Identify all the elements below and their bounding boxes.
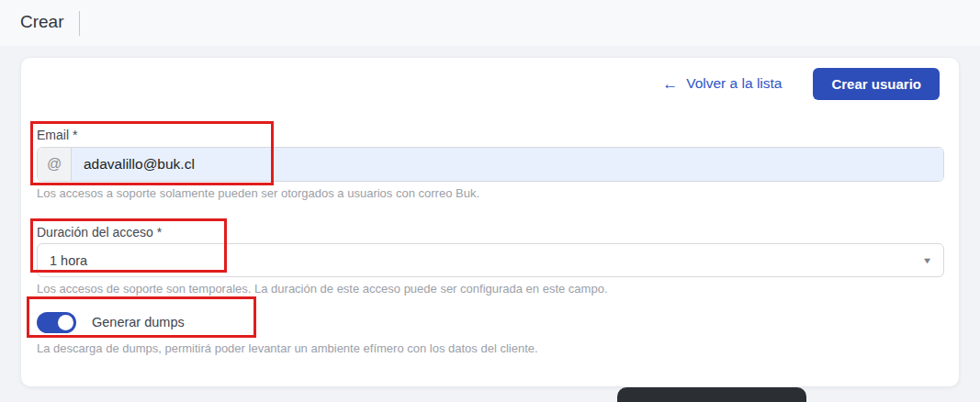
email-label: Email * [37,128,77,142]
dumps-help-text: La descarga de dumps, permitirá poder le… [37,341,944,355]
page-title: Crear [20,12,64,32]
caret-down-icon: ▼ [922,256,933,265]
card-toolbar: ← Volver a la lista Crear usuario [662,67,940,100]
bottom-partial-popover [617,387,806,402]
generate-dumps-toggle[interactable] [37,312,76,333]
email-help-text: Los accesos a soporte solamente pueden s… [37,186,944,200]
email-input[interactable] [72,148,943,181]
generate-dumps-label: Generar dumps [92,315,185,329]
duration-select[interactable]: 1 hora ▼ [37,243,944,277]
at-icon: @ [38,148,72,181]
back-to-list-label: Volver a la lista [686,75,782,92]
create-user-button[interactable]: Crear usuario [813,68,940,100]
duration-label: Duración del acceso * [37,225,162,240]
arrow-left-icon: ← [662,76,678,92]
toggle-knob [58,315,73,330]
page-header: Crear [0,0,980,46]
back-to-list-link[interactable]: ← Volver a la lista [662,75,782,92]
generate-dumps-row: Generar dumps [37,311,185,333]
email-input-group: @ [37,147,944,182]
create-user-card: ← Volver a la lista Crear usuario Email … [21,58,959,386]
duration-selected-value: 1 hora [50,253,87,268]
duration-help-text: Los accesos de soporte son temporales. L… [37,282,944,296]
title-divider [79,11,80,36]
